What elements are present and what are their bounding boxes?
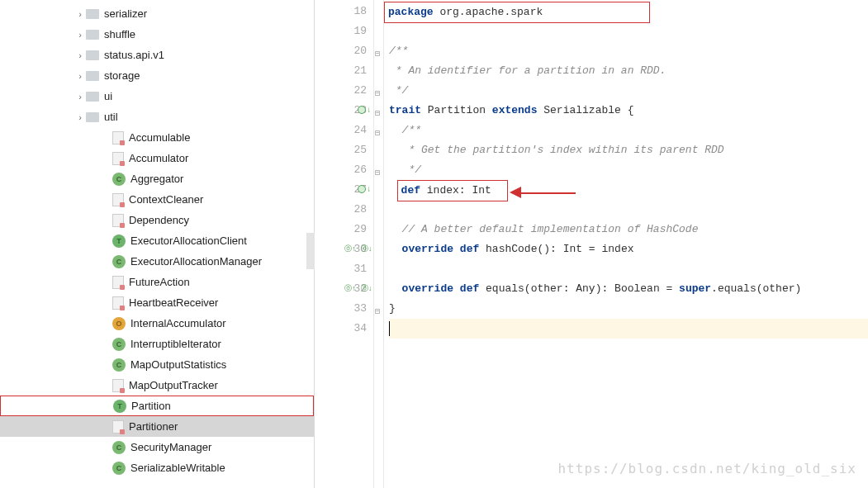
fold-toggle-icon[interactable]: ⊟ xyxy=(375,104,380,124)
gutter-row[interactable]: 23 xyxy=(315,101,373,121)
tree-item-Partitioner[interactable]: ›Partitioner xyxy=(0,416,314,437)
gutter-row[interactable]: 24 xyxy=(315,121,373,140)
code-line[interactable]: trait Partition extends Serializable { xyxy=(389,101,868,121)
code-line[interactable]: // A better default implementation of Ha… xyxy=(389,220,868,239)
gutter-row[interactable]: 29 xyxy=(315,220,373,239)
code-line[interactable]: */ xyxy=(389,81,868,101)
folder-label: serializer xyxy=(104,7,147,20)
file-icon xyxy=(112,379,124,392)
item-label: MapOutputStatistics xyxy=(130,358,226,371)
chevron-right-icon[interactable]: › xyxy=(74,112,86,122)
override-marker-icon[interactable]: ⓞ↑ ⓞ↓ xyxy=(344,279,372,299)
fold-column[interactable]: ⊟⊟⊟⊟⊟⊟ xyxy=(374,0,384,488)
folder-icon xyxy=(86,50,99,60)
fold-toggle-icon[interactable]: ⊟ xyxy=(375,124,380,144)
tree-item-ExecutorAllocationClient[interactable]: ›TExecutorAllocationClient xyxy=(0,230,314,251)
code-line[interactable]: def index: Int xyxy=(389,180,868,200)
tree-item-MapOutputTracker[interactable]: ›MapOutputTracker xyxy=(0,375,314,396)
folder-serializer[interactable]: › serializer xyxy=(0,3,314,24)
item-label: FutureAction xyxy=(129,276,190,288)
folder-util[interactable]: › util xyxy=(0,107,314,127)
folder-shuffle[interactable]: › shuffle xyxy=(0,24,314,45)
item-label: Partitioner xyxy=(129,420,178,433)
code-line[interactable]: * Get the partition's index within its p… xyxy=(389,140,868,160)
gutter-row[interactable]: 27 xyxy=(315,180,373,200)
class-icon: C xyxy=(112,462,126,475)
folder-ui[interactable]: › ui xyxy=(0,86,314,107)
tree-item-InterruptibleIterator[interactable]: ›CInterruptibleIterator xyxy=(0,334,314,354)
gutter-row[interactable]: 19 xyxy=(315,21,373,41)
folder-label: storage xyxy=(104,69,140,82)
folder-status-api-v1[interactable]: › status.api.v1 xyxy=(0,45,314,65)
gutter-row[interactable]: 30ⓞ↑ ⓞ↓ xyxy=(315,239,373,259)
gutter-row[interactable]: 32ⓞ↑ ⓞ↓ xyxy=(315,279,373,299)
code-line[interactable]: /** xyxy=(389,121,868,140)
gutter-row[interactable]: 31 xyxy=(315,259,373,279)
tree-item-InternalAccumulator[interactable]: ›OInternalAccumulator xyxy=(0,313,314,334)
tree-item-SerializableWritable[interactable]: ›CSerializableWritable xyxy=(0,457,314,478)
chevron-right-icon[interactable]: › xyxy=(74,30,86,40)
fold-toggle-icon[interactable]: ⊟ xyxy=(375,45,380,64)
folder-icon xyxy=(86,92,99,102)
gutter-row[interactable]: 34 xyxy=(315,319,373,339)
tree-item-Partition[interactable]: ›TPartition xyxy=(0,396,314,416)
code-line[interactable] xyxy=(389,200,868,220)
fold-toggle-icon[interactable]: ⊟ xyxy=(375,84,380,104)
impl-marker-icon[interactable] xyxy=(358,101,372,121)
code-area[interactable]: package org.apache.spark /** * An identi… xyxy=(384,0,868,488)
watermark: https://blog.csdn.net/king_old_six xyxy=(557,461,856,476)
chevron-right-icon[interactable]: › xyxy=(74,9,86,19)
class-icon: C xyxy=(112,441,126,454)
gutter-row[interactable]: 28 xyxy=(315,200,373,220)
tree-item-SecurityManager[interactable]: ›CSecurityManager xyxy=(0,437,314,457)
code-line[interactable]: * An identifier for a partition in an RD… xyxy=(389,61,868,81)
item-label: SecurityManager xyxy=(130,441,211,453)
tree-item-ContextCleaner[interactable]: ›ContextCleaner xyxy=(0,189,314,210)
code-line[interactable]: /** xyxy=(389,41,868,61)
folder-storage[interactable]: › storage xyxy=(0,65,314,86)
code-line[interactable]: package org.apache.spark xyxy=(389,2,868,21)
folder-icon xyxy=(86,30,99,40)
chevron-right-icon[interactable]: › xyxy=(74,50,86,60)
chevron-right-icon[interactable]: › xyxy=(74,71,86,81)
line-number: 19 xyxy=(339,21,367,41)
tree-item-Accumulator[interactable]: ›Accumulator xyxy=(0,148,314,168)
line-number: 29 xyxy=(339,220,367,239)
code-line[interactable] xyxy=(389,21,868,41)
fold-toggle-icon[interactable]: ⊟ xyxy=(375,163,380,183)
override-marker-icon[interactable]: ⓞ↑ ⓞ↓ xyxy=(344,239,372,259)
tree-item-Dependency[interactable]: ›Dependency xyxy=(0,210,314,230)
impl-marker-icon[interactable] xyxy=(358,180,372,200)
code-line[interactable] xyxy=(389,259,868,279)
code-line[interactable] xyxy=(389,319,868,339)
line-number: 33 xyxy=(339,299,367,319)
code-line[interactable]: } xyxy=(389,299,868,319)
item-label: Dependency xyxy=(129,214,189,226)
tree-item-Aggregator[interactable]: ›CAggregator xyxy=(0,168,314,189)
folder-icon xyxy=(86,112,99,122)
item-label: ExecutorAllocationClient xyxy=(130,235,247,247)
gutter-row[interactable]: 20 xyxy=(315,41,373,61)
tree-item-Accumulable[interactable]: ›Accumulable xyxy=(0,127,314,148)
trait-icon: T xyxy=(113,400,126,413)
tree-item-ExecutorAllocationManager[interactable]: ›CExecutorAllocationManager xyxy=(0,251,314,272)
code-editor[interactable]: 18192021222324252627282930ⓞ↑ ⓞ↓3132ⓞ↑ ⓞ↓… xyxy=(314,0,868,488)
code-line[interactable]: override def equals(other: Any): Boolean… xyxy=(389,279,868,299)
gutter-row[interactable]: 21 xyxy=(315,61,373,81)
tree-item-HeartbeatReceiver[interactable]: ›HeartbeatReceiver xyxy=(0,292,314,313)
item-label: Partition xyxy=(131,400,171,412)
arrow-head-icon xyxy=(510,187,521,198)
fold-toggle-icon[interactable]: ⊟ xyxy=(375,302,380,322)
gutter-row[interactable]: 22 xyxy=(315,81,373,101)
gutter-row[interactable]: 33 xyxy=(315,299,373,319)
code-line[interactable]: */ xyxy=(389,160,868,180)
tree-item-FutureAction[interactable]: ›FutureAction xyxy=(0,272,314,292)
tree-item-MapOutputStatistics[interactable]: ›CMapOutputStatistics xyxy=(0,354,314,375)
gutter[interactable]: 18192021222324252627282930ⓞ↑ ⓞ↓3132ⓞ↑ ⓞ↓… xyxy=(315,0,374,488)
chevron-right-icon[interactable]: › xyxy=(74,92,86,102)
gutter-row[interactable]: 18 xyxy=(315,2,373,21)
project-tree[interactable]: › serializer› shuffle› status.api.v1› st… xyxy=(0,0,314,488)
code-line[interactable]: override def hashCode(): Int = index xyxy=(389,239,868,259)
gutter-row[interactable]: 26 xyxy=(315,160,373,180)
gutter-row[interactable]: 25 xyxy=(315,140,373,160)
